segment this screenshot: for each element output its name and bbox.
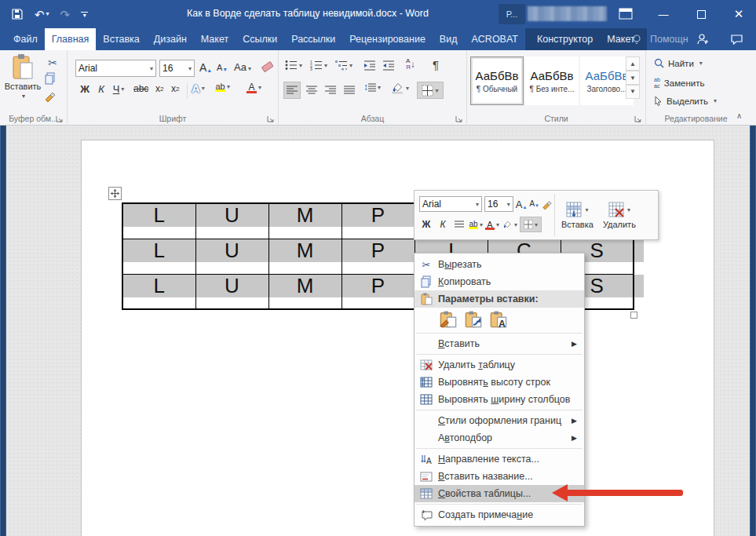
mini-delete-table-button[interactable]: ▾ Удалить: [600, 194, 639, 236]
justify-button[interactable]: [341, 82, 358, 99]
mini-align-button[interactable]: [452, 217, 466, 232]
tab-конструктор[interactable]: Конструктор: [530, 28, 600, 50]
bold-button[interactable]: Ж: [77, 83, 93, 95]
mini-format-painter-button[interactable]: [542, 199, 553, 210]
menu-item-выровнять-высоту-строк[interactable]: Выровнять высоту строк: [415, 374, 584, 391]
customize-qat-button[interactable]: ▾: [81, 12, 88, 17]
paste-button[interactable]: Вставить ▾: [5, 53, 41, 115]
menu-paste-options-header[interactable]: Параметры вставки:: [415, 290, 584, 308]
tab-acrobat[interactable]: ACROBAT: [464, 28, 525, 50]
underline-button[interactable]: Ч▾: [108, 83, 129, 95]
table-cell[interactable]: M: [268, 239, 341, 274]
mini-shrink-font-button[interactable]: А▼: [529, 200, 539, 208]
strikethrough-button[interactable]: abc: [133, 83, 148, 94]
user-badge[interactable]: Р...: [499, 4, 525, 24]
shading-button[interactable]: ▾: [390, 82, 409, 94]
table-move-handle[interactable]: [108, 187, 122, 200]
style-card-no-spacing[interactable]: АаБбВв¶ Без инте...: [525, 57, 579, 105]
decrease-indent-button[interactable]: [363, 60, 376, 71]
borders-button[interactable]: ▾: [417, 82, 444, 99]
find-button[interactable]: Найти▾: [654, 58, 703, 68]
redo-button[interactable]: ↷: [60, 9, 71, 20]
table-cell[interactable]: U: [195, 203, 268, 239]
grow-font-button[interactable]: А▲: [199, 62, 212, 73]
menu-item-вставить[interactable]: Вставить▶: [415, 335, 584, 352]
paste-merge-formatting-icon[interactable]: [463, 309, 484, 330]
font-dialog-launcher[interactable]: [267, 115, 275, 123]
table-cell[interactable]: L: [122, 274, 195, 309]
multilevel-list-button[interactable]: ▾: [335, 60, 352, 71]
styles-scroll-up-icon[interactable]: ▲: [626, 57, 640, 71]
tab-вставка[interactable]: Вставка: [96, 28, 146, 50]
styles-scroll-down-icon[interactable]: ▼: [626, 71, 640, 85]
select-button[interactable]: Выделить▾: [654, 96, 717, 106]
tab-ссылки[interactable]: Ссылки: [236, 28, 284, 50]
mini-borders-button[interactable]: ▾: [520, 217, 542, 232]
table-cell[interactable]: P: [341, 203, 415, 239]
styles-gallery-scroll[interactable]: ▲ ▼ ▼: [626, 57, 640, 99]
menu-item-вырезать[interactable]: ✂Вырезать: [415, 256, 584, 273]
align-right-button[interactable]: [322, 82, 339, 99]
tab-вид[interactable]: Вид: [433, 28, 465, 50]
comments-icon[interactable]: [726, 28, 747, 50]
clipboard-dialog-launcher[interactable]: [56, 115, 64, 123]
style-card-normal[interactable]: АаБбВв¶ Обычный: [470, 57, 524, 105]
mini-bold-button[interactable]: Ж: [419, 217, 433, 232]
table-cell[interactable]: U: [195, 274, 268, 309]
table-cell[interactable]: L: [122, 203, 195, 239]
close-button[interactable]: ✕: [721, 0, 756, 28]
maximize-button[interactable]: [684, 0, 718, 28]
mini-italic-button[interactable]: К: [436, 217, 450, 232]
minimize-button[interactable]: —: [646, 0, 681, 28]
table-cell[interactable]: U: [195, 239, 268, 274]
share-person-icon[interactable]: [692, 28, 713, 50]
menu-item-вставить-название-[interactable]: Вставить название...: [415, 468, 584, 485]
cut-button[interactable]: ✂: [44, 55, 61, 71]
mini-font-color-button[interactable]: А▾: [485, 217, 499, 232]
font-size-combo[interactable]: 16▾: [159, 60, 195, 77]
show-marks-button[interactable]: ¶: [433, 58, 439, 71]
copy-button[interactable]: [44, 72, 57, 85]
table-cell[interactable]: P: [341, 239, 415, 274]
paragraph-dialog-launcher[interactable]: [455, 115, 463, 123]
tab-макет[interactable]: Макет: [194, 28, 236, 50]
ribbon-display-options-button[interactable]: [608, 0, 643, 28]
replace-button[interactable]: abac Заменить: [654, 77, 704, 89]
save-icon[interactable]: [11, 8, 24, 20]
shrink-font-button[interactable]: А▼: [217, 64, 228, 72]
tab-рецензирование[interactable]: Рецензирование: [342, 28, 433, 50]
tab-рассылки[interactable]: Рассылки: [284, 28, 342, 50]
italic-button[interactable]: К: [94, 83, 108, 95]
table-cell[interactable]: L: [122, 239, 195, 274]
menu-item-выровнять-ширину-столбцов[interactable]: Выровнять ширину столбцов: [415, 391, 584, 408]
align-left-button[interactable]: [283, 82, 301, 99]
mini-font-size-combo[interactable]: 16▾: [484, 196, 513, 212]
table-cell[interactable]: M: [268, 274, 341, 309]
format-painter-button[interactable]: [44, 89, 57, 102]
mini-highlight-button[interactable]: ab▾: [469, 217, 483, 232]
collapse-ribbon-icon[interactable]: ∧: [736, 111, 742, 120]
table-cell[interactable]: M: [268, 203, 341, 239]
menu-item-автоподбор[interactable]: Автоподбор▶: [415, 429, 584, 447]
tab-дизайн[interactable]: Дизайн: [147, 28, 194, 50]
mini-grow-font-button[interactable]: А▲: [516, 199, 528, 210]
table-cell[interactable]: P: [341, 274, 415, 309]
menu-item-создать-примечание[interactable]: Создать примечание: [415, 506, 584, 523]
tab-главная[interactable]: Главная: [45, 28, 97, 50]
increase-indent-button[interactable]: [382, 60, 395, 71]
numbering-button[interactable]: 123▾: [310, 60, 327, 71]
mini-font-name-combo[interactable]: Arial▾: [419, 196, 482, 212]
font-color-button[interactable]: А▾: [247, 82, 261, 93]
mini-shading-button[interactable]: ▾: [502, 217, 517, 232]
styles-dialog-launcher[interactable]: [634, 115, 642, 123]
highlight-color-button[interactable]: ab▾: [215, 82, 230, 92]
menu-item-удалить-таблицу[interactable]: Удалить таблицу: [415, 356, 584, 374]
line-spacing-button[interactable]: ↕▾: [363, 82, 381, 93]
tab-файл[interactable]: Файл: [6, 28, 45, 50]
menu-item-стили-оформления-границ[interactable]: Стили оформления границ▶: [415, 412, 584, 429]
mini-insert-table-button[interactable]: ▾ Вставка: [558, 194, 597, 236]
table-resize-handle[interactable]: [630, 312, 637, 319]
bullets-button[interactable]: ▾: [285, 60, 302, 71]
undo-button[interactable]: ↶▾: [35, 9, 49, 20]
subscript-button[interactable]: x2: [155, 83, 163, 94]
